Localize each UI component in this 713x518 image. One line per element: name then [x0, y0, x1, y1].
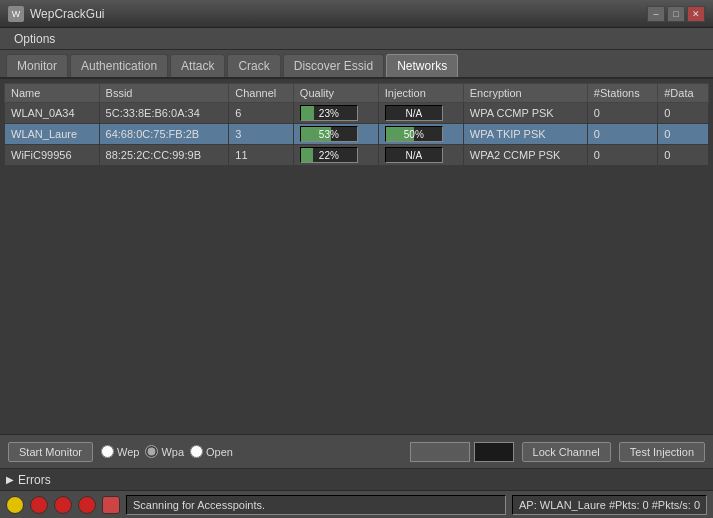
- errors-label: Errors: [18, 473, 51, 487]
- tab-attack[interactable]: Attack: [170, 54, 225, 77]
- cell-channel: 3: [229, 124, 294, 145]
- radio-wep[interactable]: Wep: [101, 445, 139, 458]
- cell-stations: 0: [587, 145, 657, 166]
- status-circle-5: [102, 496, 120, 514]
- col-bssid: Bssid: [99, 84, 229, 103]
- radio-open[interactable]: Open: [190, 445, 233, 458]
- tab-monitor[interactable]: Monitor: [6, 54, 68, 77]
- app-icon: W: [8, 6, 24, 22]
- tab-networks[interactable]: Networks: [386, 54, 458, 77]
- cell-injection: 50%: [378, 124, 463, 145]
- table-row[interactable]: WLAN_Laure 64:68:0C:75:FB:2B 3 53% 50% W…: [5, 124, 709, 145]
- status-bar: Scanning for Accesspoints. AP: WLAN_Laur…: [0, 490, 713, 518]
- errors-section[interactable]: ▶ Errors: [0, 468, 713, 490]
- cell-channel: 6: [229, 103, 294, 124]
- tabs-container: Monitor Authentication Attack Crack Disc…: [0, 50, 713, 79]
- tab-authentication[interactable]: Authentication: [70, 54, 168, 77]
- cell-bssid: 64:68:0C:75:FB:2B: [99, 124, 229, 145]
- test-injection-button[interactable]: Test Injection: [619, 442, 705, 462]
- col-name: Name: [5, 84, 100, 103]
- lock-channel-button[interactable]: Lock Channel: [522, 442, 611, 462]
- network-table-area: Name Bssid Channel Quality Injection Enc…: [0, 79, 713, 434]
- cell-bssid: 5C:33:8E:B6:0A:34: [99, 103, 229, 124]
- cell-injection: N/A: [378, 103, 463, 124]
- cell-name: WLAN_Laure: [5, 124, 100, 145]
- cell-name: WiFiC99956: [5, 145, 100, 166]
- app-title: WepCrackGui: [30, 7, 647, 21]
- status-ap-info: AP: WLAN_Laure #Pkts: 0 #Pkts/s: 0: [512, 495, 707, 515]
- col-channel: Channel: [229, 84, 294, 103]
- cell-encryption: WPA CCMP PSK: [463, 103, 587, 124]
- col-injection: Injection: [378, 84, 463, 103]
- status-message: Scanning for Accesspoints.: [126, 495, 506, 515]
- cell-data: 0: [658, 124, 709, 145]
- network-table: Name Bssid Channel Quality Injection Enc…: [4, 83, 709, 166]
- table-row[interactable]: WiFiC99956 88:25:2C:CC:99:9B 11 22% N/A …: [5, 145, 709, 166]
- col-encryption: Encryption: [463, 84, 587, 103]
- cell-name: WLAN_0A34: [5, 103, 100, 124]
- status-circle-4: [78, 496, 96, 514]
- table-row[interactable]: WLAN_0A34 5C:33:8E:B6:0A:34 6 23% N/A WP…: [5, 103, 709, 124]
- cell-data: 0: [658, 103, 709, 124]
- col-stations: #Stations: [587, 84, 657, 103]
- channel-input[interactable]: [410, 442, 470, 462]
- radio-group: Wep Wpa Open: [101, 445, 233, 458]
- cell-encryption: WPA2 CCMP PSK: [463, 145, 587, 166]
- cell-injection: N/A: [378, 145, 463, 166]
- maximize-button[interactable]: □: [667, 6, 685, 22]
- window-controls: – □ ✕: [647, 6, 705, 22]
- close-button[interactable]: ✕: [687, 6, 705, 22]
- main-panel: Monitor Authentication Attack Crack Disc…: [0, 50, 713, 518]
- menu-bar: Options: [0, 28, 713, 50]
- minimize-button[interactable]: –: [647, 6, 665, 22]
- status-circle-1: [6, 496, 24, 514]
- cell-quality: 22%: [293, 145, 378, 166]
- cell-bssid: 88:25:2C:CC:99:9B: [99, 145, 229, 166]
- title-bar: W WepCrackGui – □ ✕: [0, 0, 713, 28]
- bottom-bar: Start Monitor Wep Wpa Open Lock Channel …: [0, 434, 713, 468]
- channel-input-area: [410, 442, 514, 462]
- tab-crack[interactable]: Crack: [227, 54, 280, 77]
- status-circle-3: [54, 496, 72, 514]
- cell-stations: 0: [587, 124, 657, 145]
- cell-encryption: WPA TKIP PSK: [463, 124, 587, 145]
- cell-data: 0: [658, 145, 709, 166]
- col-data: #Data: [658, 84, 709, 103]
- cell-quality: 53%: [293, 124, 378, 145]
- errors-arrow: ▶: [6, 474, 14, 485]
- tab-discover-essid[interactable]: Discover Essid: [283, 54, 384, 77]
- start-monitor-button[interactable]: Start Monitor: [8, 442, 93, 462]
- channel-color-box: [474, 442, 514, 462]
- cell-stations: 0: [587, 103, 657, 124]
- cell-channel: 11: [229, 145, 294, 166]
- radio-wpa[interactable]: Wpa: [145, 445, 184, 458]
- col-quality: Quality: [293, 84, 378, 103]
- options-menu[interactable]: Options: [6, 30, 63, 48]
- status-circle-2: [30, 496, 48, 514]
- cell-quality: 23%: [293, 103, 378, 124]
